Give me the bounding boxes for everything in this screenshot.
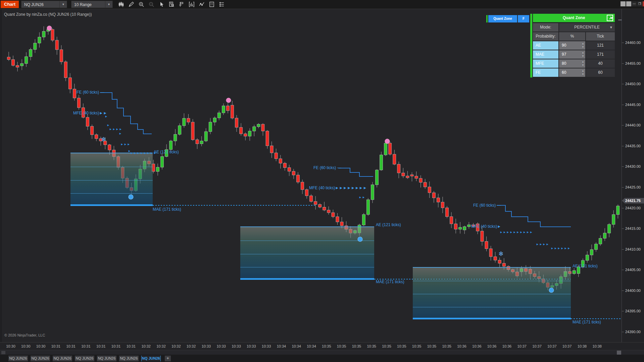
row-pct-input-mfe[interactable]: 80▲▼ [559, 59, 585, 68]
time-tick-label: 10:31 [66, 344, 76, 348]
workspace-tab[interactable]: NQ JUN26 [119, 356, 139, 361]
zone-divider-line [413, 294, 571, 294]
horizontal-scrollbar[interactable] [0, 350, 644, 355]
row-tick-value-mfe: 40 [586, 59, 615, 68]
workspace-tab[interactable]: NQ JUN26 [97, 356, 116, 361]
price-tick-mark [622, 291, 624, 291]
mfe-label: MFE (40 ticks)►► [73, 111, 107, 115]
mae-label: MAE (171 ticks) [376, 279, 404, 284]
quant-zone-panel: Quant Zone Mode: PERCENTILE ▼ Probabilit… [530, 14, 615, 77]
price-tick-mark [622, 105, 624, 105]
row-name-mfe: MFE [533, 59, 558, 68]
workspace-tab[interactable]: NQ JUN26 [31, 356, 50, 361]
momentum-arrows: ►►►► [109, 127, 122, 131]
workspace-tab[interactable]: NQ JUN26 [53, 356, 72, 361]
momentum-arrows: ►►►►►►►►►► [500, 230, 533, 234]
quant-zone-chip[interactable]: Quant Zone [488, 15, 517, 22]
ae-label: AE (121 ticks) [154, 150, 179, 154]
momentum-arrows: ►►►►►► [551, 247, 571, 250]
time-tick-label: 10:35 [322, 344, 331, 348]
price-tick-mark [622, 63, 624, 64]
zone-divider-line [240, 254, 374, 254]
time-tick-label: 10:36 [457, 344, 466, 348]
momentum-arrows: ►►►►►►►► [130, 151, 157, 155]
percent-column-header: % [559, 32, 585, 41]
panel-title[interactable]: Quant Zone [533, 14, 615, 22]
spinner-icon[interactable]: ▲▼ [582, 60, 584, 67]
time-tick-label: 10:35 [337, 344, 346, 348]
price-tick-mark [622, 208, 624, 208]
time-tick-label: 10:35 [382, 344, 391, 348]
add-tab-button[interactable]: + [165, 356, 171, 361]
zone-divider-line [70, 180, 153, 180]
zone-divider-line [413, 307, 571, 307]
time-tick-label: 10:31 [96, 344, 106, 348]
momentum-arrows: ►►► [120, 143, 131, 146]
price-tick-label: 24405.00 [625, 268, 641, 272]
time-tick-label: 10:33 [232, 344, 241, 348]
time-tick-label: 10:33 [262, 344, 271, 348]
price-tick-mark [622, 43, 624, 43]
time-tick-label: 10:30 [6, 344, 15, 348]
indicator-label: Quant Zone by ninZa.co (NQ JUN26 (10 Ran… [4, 12, 92, 17]
spinner-icon[interactable]: ▲▼ [582, 42, 584, 49]
time-tick-label: 10:30 [21, 344, 31, 348]
mae-label: MAE (171 ticks) [153, 207, 181, 212]
time-tick-label: 10:35 [442, 344, 451, 348]
spinner-icon[interactable]: ▲▼ [582, 69, 584, 76]
row-pct-input-fe[interactable]: 60▲▼ [559, 68, 585, 77]
tick-column-header: Tick [586, 32, 615, 41]
time-tick-label: 10:34 [292, 344, 301, 348]
price-tick-mark [622, 228, 624, 229]
mfe-label: MFE (40 ticks)►►►►►►►► [309, 186, 367, 190]
popout-icon[interactable] [607, 15, 613, 21]
panel-accent-strip [530, 14, 532, 77]
price-tick-mark [622, 332, 624, 332]
price-tick-label: 24400.00 [625, 289, 641, 293]
scrollbar-right-handle[interactable] [617, 351, 621, 355]
workspace-tab[interactable]: NQ JUN26 [75, 356, 94, 361]
momentum-arrows: ►►►► [536, 243, 549, 246]
price-tick-mark [622, 166, 624, 167]
fe-label: FE (60 ticks) — [473, 203, 501, 208]
price-tick-label: 24450.00 [625, 82, 641, 86]
time-tick-label: 10:35 [367, 344, 376, 348]
row-pct-input-ae[interactable]: 90▲▼ [559, 41, 585, 50]
row-name-mae: MAE [533, 50, 558, 59]
time-tick-label: 10:36 [472, 344, 482, 348]
mae-dashed-extension [153, 205, 316, 206]
time-tick-label: 10:34 [277, 344, 286, 348]
workspace-tab[interactable]: NQ JUN26 [141, 356, 161, 361]
time-tick-label: 10:30 [36, 344, 46, 348]
price-tick-mark [622, 270, 624, 270]
zone-mae-line [413, 318, 571, 319]
quant-zone-3 [413, 267, 571, 319]
probability-label: Probability: [533, 32, 558, 41]
momentum-arrows: ► [119, 132, 122, 135]
time-tick-label: 10:38 [592, 344, 602, 348]
row-pct-input-mae[interactable]: 97▲▼ [559, 50, 585, 59]
price-axis[interactable]: 24460.0024455.0024450.0024445.0024440.00… [622, 9, 644, 342]
f-chip[interactable]: F [518, 15, 529, 22]
fe-label: FE (60 ticks) — [313, 165, 341, 170]
price-tick-mark [622, 146, 624, 146]
time-tick-label: 10:37 [532, 344, 542, 348]
time-tick-label: 10:31 [127, 344, 136, 348]
mode-dropdown[interactable]: PERCENTILE ▼ [559, 23, 615, 32]
time-tick-label: 10:33 [202, 344, 211, 348]
scrollbar-left-handle[interactable] [1, 351, 5, 354]
chart-window: Chart NQ JUN26 ▾ 10 Range ▾ —❐✕ AE (121 … [0, 0, 644, 362]
time-tick-label: 10:32 [156, 344, 166, 348]
time-axis[interactable]: 10:3010:3010:3010:3110:3110:3110:3110:31… [0, 342, 644, 350]
price-tick-mark [622, 84, 624, 84]
time-tick-label: 10:31 [51, 344, 61, 348]
row-name-ae: AE [533, 41, 558, 50]
time-tick-label: 10:33 [247, 344, 256, 348]
time-tick-label: 10:35 [412, 344, 422, 348]
zone-divider-line [413, 281, 571, 281]
spinner-icon[interactable]: ▲▼ [582, 51, 584, 58]
workspace-tab[interactable]: NQ JUN26 [8, 356, 28, 361]
momentum-arrows: ► [105, 115, 108, 118]
time-tick-label: 10:37 [562, 344, 572, 348]
time-tick-label: 10:36 [502, 344, 512, 348]
